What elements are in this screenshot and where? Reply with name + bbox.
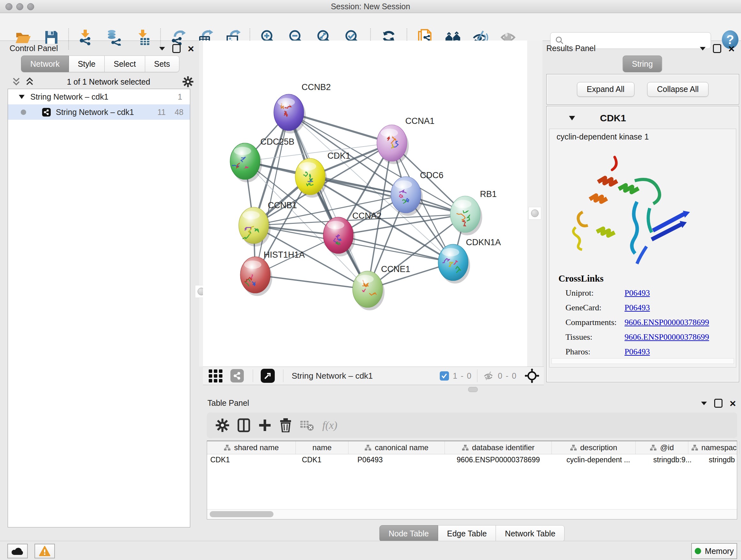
panel-menu-icon[interactable] xyxy=(701,401,707,406)
column-header--id[interactable]: @id xyxy=(636,441,688,454)
tab-select[interactable]: Select xyxy=(105,56,145,72)
table-cell[interactable]: stringdb:9... xyxy=(650,454,705,466)
network-collection-row[interactable]: String Network – cdk1 1 xyxy=(8,89,190,105)
table-tab-edge-table[interactable]: Edge Table xyxy=(438,525,496,542)
column-header-name[interactable]: name xyxy=(296,441,348,454)
table-row[interactable]: CDK1CDK1P064939606.ENSP00000378699cyclin… xyxy=(207,454,737,466)
network-node-CCNB1[interactable] xyxy=(239,207,271,246)
crosslink-link[interactable]: 9606.ENSP00000378699 xyxy=(624,332,709,342)
cloud-status-button[interactable] xyxy=(7,544,28,558)
table-hscrollbar-thumb[interactable] xyxy=(210,511,273,517)
network-node-CCNA1[interactable] xyxy=(377,125,409,164)
node-label-CDKN1A: CDKN1A xyxy=(466,238,501,247)
show-columns-icon[interactable] xyxy=(238,418,250,432)
table-hscrollbar[interactable] xyxy=(207,509,737,519)
crosslink-label: Pharos: xyxy=(565,347,624,357)
hidden-eye-slash-icon[interactable] xyxy=(482,370,495,381)
column-type-icon xyxy=(462,444,469,451)
tab-style[interactable]: Style xyxy=(69,56,105,72)
network-node-RB1[interactable] xyxy=(450,196,482,235)
tree-expand-icon[interactable] xyxy=(19,95,24,99)
table-tab-network-table[interactable]: Network Table xyxy=(496,525,564,542)
network-node-CDKN1A[interactable] xyxy=(438,244,470,284)
tab-sets[interactable]: Sets xyxy=(145,56,179,72)
memory-label: Memory xyxy=(705,547,734,556)
table-cell[interactable]: P06493 xyxy=(354,454,454,466)
warning-icon xyxy=(39,546,51,556)
column-header-namespac[interactable]: namespac xyxy=(688,441,740,454)
selected-checkbox-icon[interactable] xyxy=(440,371,449,381)
results-panel-tabs: String xyxy=(623,56,662,72)
open-in-window-icon[interactable] xyxy=(261,369,275,383)
string-view-toggle-icon[interactable] xyxy=(230,369,244,382)
network-row-label: String Network – cdk1 xyxy=(56,108,134,117)
crosslink-link[interactable]: P06493 xyxy=(624,303,650,313)
delete-table-icon[interactable] xyxy=(300,420,314,431)
network-options-gear-icon[interactable] xyxy=(183,76,193,87)
network-node-CDC25B[interactable] xyxy=(230,143,262,182)
column-header-description[interactable]: description xyxy=(552,441,636,454)
add-column-icon[interactable] xyxy=(259,419,271,432)
network-row-selected[interactable]: String Network – cdk1 11 48 xyxy=(8,105,190,120)
network-selection-status: 1 of 1 Network selected xyxy=(35,77,183,86)
network-edge[interactable] xyxy=(338,235,453,262)
panel-menu-icon[interactable] xyxy=(159,46,165,51)
column-header-shared-name[interactable]: shared name xyxy=(207,441,296,454)
cloud-icon xyxy=(11,547,24,556)
node-label-CCNB2: CCNB2 xyxy=(301,82,331,92)
network-node-CCNA2[interactable] xyxy=(323,217,355,256)
network-edge[interactable] xyxy=(289,112,367,289)
table-options-gear-icon[interactable] xyxy=(216,419,229,432)
right-splitter[interactable] xyxy=(527,41,542,367)
network-node-HIST1H1A[interactable] xyxy=(240,257,272,296)
table-cell[interactable]: CDK1 xyxy=(299,454,354,466)
node-entry-header[interactable]: CDK1 xyxy=(547,109,739,127)
entry-expand-icon[interactable] xyxy=(569,116,575,120)
column-header-database-identifier[interactable]: database identifier xyxy=(445,441,552,454)
expand-all-chevron-icon[interactable] xyxy=(25,77,35,86)
memory-button[interactable]: Memory xyxy=(691,543,737,559)
edge-count: 48 xyxy=(175,108,184,117)
crosslink-row: GeneCard:P06493 xyxy=(565,303,709,313)
network-node-CDK1[interactable] xyxy=(295,159,327,198)
panel-float-icon[interactable] xyxy=(714,399,723,408)
table-cell[interactable]: cyclin-dependent ... xyxy=(563,454,650,466)
horizontal-splitter-handle[interactable] xyxy=(468,387,478,392)
fit-center-crosshair-icon[interactable] xyxy=(525,368,539,383)
panel-menu-icon[interactable] xyxy=(699,46,706,51)
column-header-canonical-name[interactable]: canonical name xyxy=(348,441,445,454)
warnings-button[interactable] xyxy=(35,544,55,558)
network-canvas[interactable]: CCNB2CCNA1CDC25BCDK1CDC6RB1CCNB1CCNA2CDK… xyxy=(203,41,527,367)
table-cell[interactable]: stringdb xyxy=(705,454,741,466)
crosslink-label: Compartments: xyxy=(565,318,624,327)
expand-all-button[interactable]: Expand All xyxy=(577,82,634,97)
table-tab-node-table[interactable]: Node Table xyxy=(380,525,438,542)
table-cell[interactable]: 9606.ENSP00000378699 xyxy=(454,454,563,466)
panel-close-icon[interactable]: × xyxy=(730,400,736,407)
grid-view-icon[interactable] xyxy=(208,369,223,383)
left-splitter[interactable] xyxy=(199,41,203,367)
right-splitter-handle[interactable] xyxy=(529,207,541,220)
network-node-CCNE1[interactable] xyxy=(353,271,385,310)
crosslink-link[interactable]: 9606.ENSP00000378699 xyxy=(624,318,709,327)
panel-close-icon[interactable]: × xyxy=(728,45,735,52)
delete-column-icon[interactable] xyxy=(280,418,292,432)
tab-network[interactable]: Network xyxy=(21,56,69,72)
results-toolbar: Expand All Collapse All xyxy=(546,74,739,105)
crosslink-link[interactable]: P06493 xyxy=(624,288,650,298)
table-cell[interactable]: CDK1 xyxy=(207,454,299,466)
panel-float-icon[interactable] xyxy=(172,44,181,53)
panel-close-icon[interactable]: × xyxy=(188,45,194,52)
collapse-all-chevron-icon[interactable] xyxy=(12,77,21,86)
function-builder-icon[interactable]: f(x) xyxy=(322,419,337,431)
network-node-CCNB2[interactable] xyxy=(274,94,306,133)
current-network-title: String Network – cdk1 xyxy=(292,371,373,381)
crosslink-link[interactable]: P06493 xyxy=(624,347,650,357)
results-content: CDK1 cyclin-dependent kinase 1 xyxy=(546,106,739,382)
collapse-all-button[interactable]: Collapse All xyxy=(647,82,709,97)
results-scrollbar[interactable] xyxy=(551,358,734,364)
selected-node-edge-counts: 1 - 0 xyxy=(453,371,472,381)
results-tab-string[interactable]: String xyxy=(623,56,662,72)
crosslink-row: Pharos:P06493 xyxy=(565,347,709,357)
panel-float-icon[interactable] xyxy=(713,44,721,53)
